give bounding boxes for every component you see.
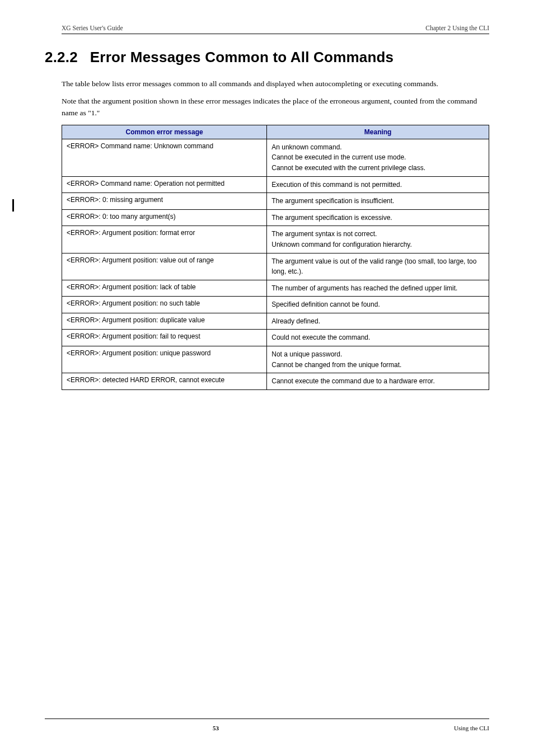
meaning-line: Already defined. <box>271 316 484 327</box>
paragraph-1: The table below lists error messages com… <box>62 78 489 90</box>
cell-msg: <ERROR>: Argument position: no such tabl… <box>62 297 267 313</box>
meaning-line: The argument syntax is not correct. <box>271 229 484 240</box>
cell-meaning: Not a unique password. Cannot be changed… <box>267 346 489 373</box>
meaning-line: An unknown command. <box>271 142 484 153</box>
meaning-line: Cannot be executed in the current use mo… <box>271 152 484 163</box>
table-row: <ERROR>: Argument position: value out of… <box>62 253 489 280</box>
cell-meaning: The argument syntax is not correct. Unkn… <box>267 226 489 253</box>
cell-msg: <ERROR>: 0: missing argument <box>62 193 267 210</box>
table-row: <ERROR>: Argument position: lack of tabl… <box>62 280 489 297</box>
table-row: <ERROR>: 0: missing argument The argumen… <box>62 193 489 210</box>
cell-msg: <ERROR>: Argument position: fail to requ… <box>62 330 267 346</box>
table-row: <ERROR> Command name: Unknown command An… <box>62 139 489 176</box>
table-row: <ERROR> Command name: Operation not perm… <box>62 176 489 193</box>
paragraph-2: Note that the argument position shown in… <box>62 96 489 119</box>
table-row: <ERROR>: Argument position: duplicate va… <box>62 313 489 330</box>
table-row: <ERROR>: detected HARD ERROR, cannot exe… <box>62 373 489 390</box>
cell-meaning: Specified definition cannot be found. <box>267 297 489 313</box>
cell-meaning: Could not execute the command. <box>267 330 489 346</box>
meaning-line: Cannot be changed from the unique format… <box>271 360 484 370</box>
table-header-row: Common error message Meaning <box>62 125 489 139</box>
cell-msg: <ERROR>: Argument position: unique passw… <box>62 346 267 373</box>
cell-meaning: The argument specification is excessive. <box>267 209 489 226</box>
meaning-line: The argument specification is excessive. <box>271 213 484 223</box>
section-title: 2.2.2Error Messages Common to All Comman… <box>45 49 489 66</box>
cell-msg: <ERROR> Command name: Operation not perm… <box>62 176 267 193</box>
meaning-line: Cannot be executed with the current priv… <box>271 163 484 173</box>
cell-msg: <ERROR>: 0: too many argument(s) <box>62 209 267 226</box>
table-row: <ERROR>: 0: too many argument(s) The arg… <box>62 209 489 226</box>
meaning-line: The argument value is out of the valid r… <box>271 256 484 277</box>
cell-meaning: The argument value is out of the valid r… <box>267 253 489 280</box>
page-content: XG Series User's Guide Chapter 2 Using t… <box>0 0 534 390</box>
cell-msg: <ERROR> Command name: Unknown command <box>62 139 267 176</box>
meaning-line: Could not execute the command. <box>271 332 484 343</box>
meaning-line: Not a unique password. <box>271 349 484 360</box>
cell-meaning: Already defined. <box>267 313 489 330</box>
cell-msg: <ERROR>: Argument position: value out of… <box>62 253 267 280</box>
meaning-line: Unknown command for configuration hierar… <box>271 240 484 250</box>
section-number: 2.2.2 <box>45 49 78 65</box>
cell-meaning: The argument specification is insufficie… <box>267 193 489 210</box>
footer-right: Using the CLI <box>454 725 489 731</box>
footer: 53 Using the CLI <box>0 719 534 731</box>
cell-meaning: An unknown command. Cannot be executed i… <box>267 139 489 176</box>
cell-msg: <ERROR>: Argument position: lack of tabl… <box>62 280 267 297</box>
col-header-meaning: Meaning <box>267 125 489 139</box>
meaning-line: The argument specification is insufficie… <box>271 196 484 206</box>
cell-msg: <ERROR>: detected HARD ERROR, cannot exe… <box>62 373 267 390</box>
cell-meaning: The number of arguments has reached the … <box>267 280 489 297</box>
meaning-line: The number of arguments has reached the … <box>271 283 484 294</box>
change-bar <box>12 199 14 212</box>
meaning-line: Execution of this command is not permitt… <box>271 180 484 190</box>
footer-row: 53 Using the CLI <box>45 725 489 731</box>
table-row: <ERROR>: Argument position: fail to requ… <box>62 330 489 346</box>
error-table-wrap: Common error message Meaning <ERROR> Com… <box>62 125 489 390</box>
meaning-line: Specified definition cannot be found. <box>271 299 484 310</box>
running-header: XG Series User's Guide Chapter 2 Using t… <box>62 25 489 34</box>
col-header-message: Common error message <box>62 125 267 139</box>
meaning-line: Cannot execute the command due to a hard… <box>271 376 484 387</box>
footer-rule <box>45 719 489 719</box>
cell-meaning: Execution of this command is not permitt… <box>267 176 489 193</box>
cell-msg: <ERROR>: Argument position: duplicate va… <box>62 313 267 330</box>
section-title-text: Error Messages Common to All Commands <box>90 49 394 65</box>
cell-msg: <ERROR>: Argument position: format error <box>62 226 267 253</box>
header-right: Chapter 2 Using the CLI <box>425 25 489 31</box>
table-row: <ERROR>: Argument position: format error… <box>62 226 489 253</box>
header-left: XG Series User's Guide <box>62 25 123 31</box>
table-row: <ERROR>: Argument position: unique passw… <box>62 346 489 373</box>
cell-meaning: Cannot execute the command due to a hard… <box>267 373 489 390</box>
error-table: Common error message Meaning <ERROR> Com… <box>62 125 489 390</box>
page-number: 53 <box>45 725 219 731</box>
table-row: <ERROR>: Argument position: no such tabl… <box>62 297 489 313</box>
